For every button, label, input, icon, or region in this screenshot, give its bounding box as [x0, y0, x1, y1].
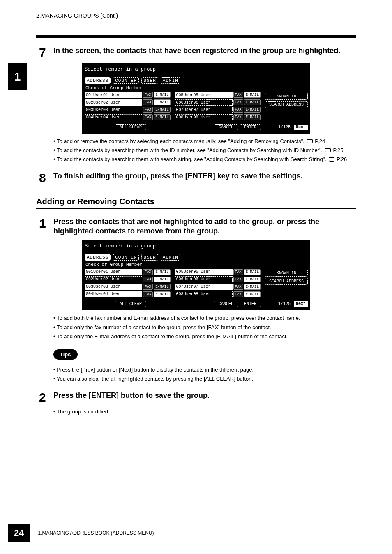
- fax-button[interactable]: FAX: [143, 107, 153, 113]
- fax-button[interactable]: FAX: [143, 114, 153, 120]
- contact-name[interactable]: 003User03 User: [85, 107, 142, 113]
- step7-bullets: To add or remove the contacts by selecti…: [53, 138, 356, 164]
- bullet: You can also clear the all highlighted c…: [53, 375, 356, 383]
- step-text: In the screen, the contacts that have be…: [53, 46, 340, 59]
- next-button[interactable]: Next: [294, 125, 308, 130]
- bullet: To add only the fax number of a contact …: [53, 324, 356, 331]
- fax-button[interactable]: FAX: [143, 291, 153, 297]
- enter-button[interactable]: ENTER: [240, 301, 261, 307]
- email-button[interactable]: E-MAIL: [244, 99, 261, 105]
- sc-col-left: 001User01 UserFAXE-MAIL002User02 UserFAX…: [85, 92, 175, 122]
- email-button[interactable]: E-MAIL: [154, 277, 170, 282]
- step-text: To finish editing the group, press the […: [53, 171, 303, 185]
- sc-col-right: 005User05 UserFAXE-MAIL006User06 UserFAX…: [175, 92, 265, 122]
- fax-button[interactable]: FAX: [233, 99, 243, 105]
- email-button[interactable]: E-MAIL: [154, 92, 170, 98]
- contact-row: 005User05 UserFAXE-MAIL: [175, 269, 265, 275]
- footer-text: 1.MANAGING ADDRESS BOOK (ADDRESS MENU): [38, 530, 154, 536]
- sc-tab[interactable]: ADMIN: [161, 254, 180, 261]
- fax-button[interactable]: FAX: [233, 269, 243, 275]
- enter-button[interactable]: ENTER: [240, 124, 261, 130]
- step-number: 1: [39, 217, 53, 236]
- contact-name[interactable]: 001User01 User: [85, 269, 142, 275]
- contact-name[interactable]: 007User07 User: [175, 107, 233, 113]
- sc-side: KNOWN IDSEARCH ADDRESS: [265, 92, 308, 122]
- side-button[interactable]: SEARCH ADDRESS: [265, 278, 308, 285]
- book-icon: [325, 148, 331, 152]
- fax-button[interactable]: FAX: [143, 284, 153, 290]
- sc-tab[interactable]: COUNTER: [113, 254, 139, 261]
- email-button[interactable]: E-MAIL: [154, 284, 170, 290]
- contact-name[interactable]: 006User06 User: [175, 99, 233, 106]
- email-button[interactable]: E-MAIL: [154, 114, 170, 120]
- bullet: To add the contacts by searching them wi…: [53, 147, 356, 154]
- side-button[interactable]: KNOWN ID: [265, 270, 308, 277]
- page-indicator: 1/125: [278, 302, 291, 306]
- email-button[interactable]: E-MAIL: [154, 99, 170, 105]
- sc-tab[interactable]: ADDRESS: [85, 254, 111, 261]
- tips-badge: Tips: [53, 349, 78, 360]
- contact-name[interactable]: 006User06 User: [175, 276, 233, 282]
- sc-tab[interactable]: USER: [141, 254, 158, 261]
- fax-button[interactable]: FAX: [233, 107, 243, 113]
- contact-name[interactable]: 008User08 User: [175, 114, 233, 120]
- section-step-1: 1 Press the contacts that are not highli…: [39, 217, 356, 236]
- fax-button[interactable]: FAX: [233, 92, 243, 98]
- fax-button[interactable]: FAX: [233, 114, 243, 120]
- email-button[interactable]: E-MAIL: [154, 107, 170, 113]
- email-button[interactable]: E-MAIL: [154, 269, 170, 275]
- contact-name[interactable]: 005User05 User: [175, 92, 233, 98]
- cancel-button[interactable]: CANCEL: [214, 301, 238, 307]
- step-text: Press the contacts that are not highligh…: [53, 217, 356, 236]
- side-button[interactable]: KNOWN ID: [265, 93, 308, 100]
- sc-tab[interactable]: USER: [141, 77, 158, 84]
- contact-name[interactable]: 005User05 User: [175, 269, 233, 275]
- contact-row: 004User04 UserFAXE-MAIL: [85, 114, 175, 120]
- sc-title: Select member in a group: [85, 243, 308, 249]
- fax-button[interactable]: FAX: [233, 284, 243, 290]
- contact-row: 003User03 UserFAXE-MAIL: [85, 284, 175, 290]
- email-button[interactable]: E-MAIL: [244, 114, 261, 120]
- next-button[interactable]: Next: [294, 301, 308, 307]
- fax-button[interactable]: FAX: [233, 277, 243, 282]
- contact-name[interactable]: 001User01 User: [85, 92, 142, 98]
- contact-name[interactable]: 004User04 User: [85, 114, 142, 120]
- email-button[interactable]: E-MAIL: [244, 269, 261, 275]
- section-step1-bullets: To add both the fax number and E-mail ad…: [53, 314, 356, 340]
- contact-name[interactable]: 003User03 User: [85, 284, 142, 290]
- email-button[interactable]: E-MAIL: [244, 277, 261, 282]
- contact-row: 008User08 UserFAXE-MAIL: [175, 114, 265, 120]
- step-number: 8: [39, 171, 53, 185]
- email-button[interactable]: E-MAIL: [244, 284, 261, 290]
- sc-bottom: ALL CLEARCANCELENTER1/125Next: [85, 124, 308, 130]
- sc-tab[interactable]: ADDRESS: [85, 77, 111, 84]
- fax-button[interactable]: FAX: [143, 277, 153, 282]
- email-button[interactable]: E-MAIL: [244, 107, 261, 113]
- contact-row: 002User02 UserFAXE-MAIL: [85, 276, 175, 282]
- email-button[interactable]: E-MAIL: [154, 291, 170, 297]
- fax-button[interactable]: FAX: [143, 99, 153, 105]
- bullet: To add only the E-mail address of a cont…: [53, 333, 356, 340]
- email-button[interactable]: E-MAIL: [244, 291, 261, 297]
- all-clear-button[interactable]: ALL CLEAR: [115, 301, 146, 307]
- contact-name[interactable]: 008User08 User: [175, 291, 233, 297]
- contact-name[interactable]: 004User04 User: [85, 291, 142, 297]
- sc-tab[interactable]: ADMIN: [161, 77, 180, 84]
- side-button[interactable]: SEARCH ADDRESS: [265, 101, 308, 108]
- contact-name[interactable]: 002User02 User: [85, 276, 142, 282]
- email-button[interactable]: E-MAIL: [244, 92, 261, 98]
- fax-button[interactable]: FAX: [143, 269, 153, 275]
- sc-subtitle: Check of Group Member: [85, 85, 308, 90]
- sc-tab[interactable]: COUNTER: [113, 77, 139, 84]
- step-8: 8 To finish editing the group, press the…: [39, 171, 356, 185]
- contact-name[interactable]: 007User07 User: [175, 284, 233, 290]
- sc-tabs: ADDRESSCOUNTERUSERADMIN: [85, 254, 308, 261]
- fax-button[interactable]: FAX: [233, 291, 243, 297]
- section-title: Adding or Removing Contacts: [36, 197, 356, 209]
- contact-row: 002User02 UserFAXE-MAIL: [85, 99, 175, 106]
- contact-row: 005User05 UserFAXE-MAIL: [175, 92, 265, 98]
- fax-button[interactable]: FAX: [143, 92, 153, 98]
- cancel-button[interactable]: CANCEL: [214, 124, 238, 130]
- all-clear-button[interactable]: ALL CLEAR: [115, 124, 146, 130]
- contact-name[interactable]: 002User02 User: [85, 99, 142, 106]
